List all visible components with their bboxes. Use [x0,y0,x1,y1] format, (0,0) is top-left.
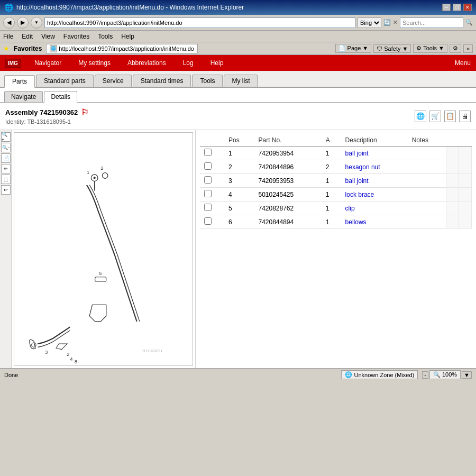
cell-notes-6 [408,215,446,229]
cell-pos-5: 5 [224,202,254,215]
cell-desc-1[interactable]: ball joint [341,147,408,160]
assembly-flag-icon: ⚐ [81,107,88,117]
address-bar[interactable] [44,17,355,28]
cell-extra1-6 [446,215,459,229]
cell-notes-4 [408,188,446,202]
forward-button[interactable]: ▶ [17,17,29,29]
parts-panel: Pos Part No. A Description Notes 1 74209… [196,130,476,368]
tools-menu[interactable]: Tools [98,33,113,40]
cell-desc-4[interactable]: lock brace [341,188,408,202]
diagram-panel: 🔍+ 🔍- 📄 ✏ ⬚ ↩ 1 2 [0,130,196,368]
copy-icon[interactable]: 📋 [444,111,456,122]
table-row: 6 7420844894 1 bellows [200,215,472,229]
cell-desc-3[interactable]: ball joint [341,174,408,188]
cart-icon[interactable]: 🛒 [429,111,441,122]
cell-a-6: 1 [322,215,341,229]
cell-extra1-4 [446,188,459,202]
nav-log[interactable]: Log [180,57,197,69]
tab-my-list[interactable]: My list [224,75,258,87]
fav-link-url: http://localhost:9907/impact3/applicatio… [59,45,194,52]
table-row: 5 7420828762 1 clip [200,202,472,215]
close-button[interactable]: ✕ [463,4,472,11]
svg-text:4: 4 [70,356,72,362]
restore-button[interactable]: ❐ [453,4,461,11]
tab-parts[interactable]: Parts [4,75,35,88]
sub-tab-navigate[interactable]: Navigate [4,91,43,102]
search-button[interactable]: 🔍 [465,19,473,26]
col-header-pos: Pos [224,134,254,147]
cell-partno-5: 7420828762 [254,202,321,215]
tools-button[interactable]: ⚙ Tools ▼ [413,44,447,53]
zoom-out-tool[interactable]: 🔍- [1,143,11,152]
refresh-button[interactable]: 🔄 [383,19,391,26]
help-menu[interactable]: Help [121,33,134,40]
settings-icon-button[interactable]: ⚙ [450,44,461,53]
favorites-menu[interactable]: Favorites [63,33,89,40]
zoom-value: 100% [442,371,457,378]
tab-service[interactable]: Service [95,75,132,87]
menu-label: Menu [455,59,471,67]
stop-button[interactable]: ✕ [393,19,398,26]
col-header-partno: Part No. [254,134,321,147]
search-engine-select[interactable]: Bing [358,17,381,28]
zone-text: Unknown Zone (Mixed) [354,372,415,378]
svg-text:2: 2 [100,165,103,171]
file-menu[interactable]: File [3,33,13,40]
cell-extra2-6 [459,215,472,229]
col-header-extra1 [446,134,459,147]
dropdown-button[interactable]: ▼ [31,17,42,29]
cell-a-1: 1 [322,147,341,160]
svg-text:3: 3 [45,349,48,355]
fit-tool[interactable]: 📄 [1,153,11,163]
parts-table: Pos Part No. A Description Notes 1 74209… [200,134,472,229]
zoom-increase-button[interactable]: ▼ [462,371,472,379]
svg-rect-0 [14,143,193,355]
page-button[interactable]: 📄 Page ▼ [335,44,372,53]
tab-standard-times[interactable]: Standard times [133,75,191,87]
nav-navigator[interactable]: Navigator [31,57,65,69]
select-tool[interactable]: ⬚ [1,175,11,184]
nav-abbreviations[interactable]: Abbreviations [124,57,169,69]
cell-extra2-3 [459,174,472,188]
cell-desc-5[interactable]: clip [341,202,408,215]
cell-desc-2[interactable]: hexagon nut [341,160,408,174]
col-header-notes: Notes [408,134,446,147]
col-header-check [200,134,224,147]
cell-desc-6[interactable]: bellows [341,215,408,229]
row-checkbox-4[interactable] [204,190,212,197]
cell-partno-1: 7420953954 [254,147,321,160]
extras-button[interactable]: » [463,44,473,53]
fav-link-icon: 🌐 [50,45,57,52]
row-checkbox-3[interactable] [204,176,212,184]
zoom-in-tool[interactable]: 🔍+ [1,132,11,142]
print-icon[interactable]: 🖨 [459,111,471,122]
draw-tool[interactable]: ✏ [1,164,11,173]
favorites-link[interactable]: 🌐 http://localhost:9907/impact3/applicat… [46,44,198,53]
nav-my-settings[interactable]: My settings [75,57,114,69]
sub-tab-details[interactable]: Details [44,91,77,103]
safety-button[interactable]: 🛡 Safety ▼ [373,44,411,53]
back-button[interactable]: ◀ [3,17,15,29]
zone-badge: 🌐 Unknown Zone (Mixed) [341,370,418,379]
diagram-watermark: R11370221 [142,349,162,353]
row-checkbox-2[interactable] [204,162,212,170]
tab-standard-parts[interactable]: Standard parts [36,75,94,87]
zoom-decrease-button[interactable]: - [422,371,428,379]
edit-menu[interactable]: Edit [22,33,33,40]
globe-icon[interactable]: 🌐 [415,111,426,122]
cell-a-2: 2 [322,160,341,174]
row-checkbox-5[interactable] [204,204,212,211]
view-menu[interactable]: View [41,33,55,40]
minimize-button[interactable]: ─ [442,4,451,11]
cell-pos-2: 2 [224,160,254,174]
cell-partno-3: 7420953953 [254,174,321,188]
undo-tool[interactable]: ↩ [1,185,11,195]
nav-help[interactable]: Help [207,57,227,69]
tab-tools[interactable]: Tools [192,75,223,87]
svg-point-4 [94,177,96,179]
row-checkbox-1[interactable] [204,149,212,156]
cell-extra2-2 [459,160,472,174]
zoom-level: 🔍 100% [429,370,461,379]
search-input[interactable] [400,17,463,28]
row-checkbox-6[interactable] [204,217,212,225]
